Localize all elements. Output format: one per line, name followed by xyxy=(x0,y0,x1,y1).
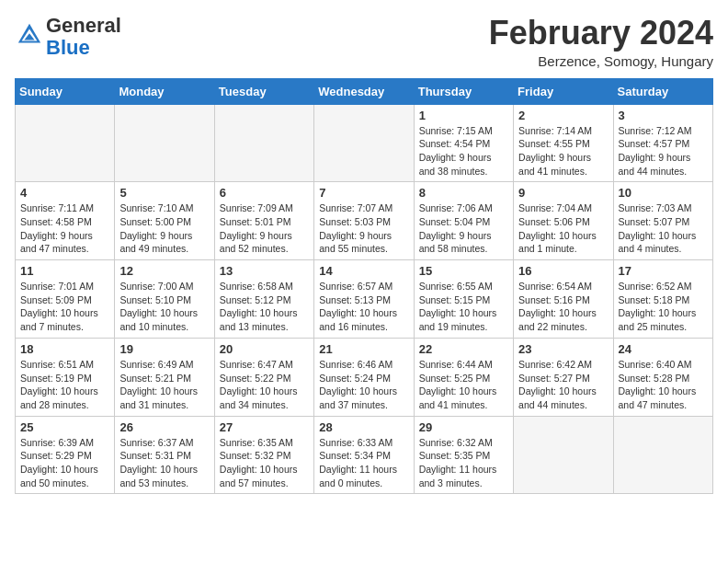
day-number: 15 xyxy=(419,264,508,278)
calendar-cell: 23Sunrise: 6:42 AM Sunset: 5:27 PM Dayli… xyxy=(514,338,613,416)
day-info: Sunrise: 6:52 AM Sunset: 5:18 PM Dayligh… xyxy=(619,280,708,334)
day-info: Sunrise: 6:54 AM Sunset: 5:16 PM Dayligh… xyxy=(518,280,608,334)
calendar-cell: 12Sunrise: 7:00 AM Sunset: 5:10 PM Dayli… xyxy=(115,260,214,339)
day-number: 1 xyxy=(419,109,508,122)
calendar-cell: 18Sunrise: 6:51 AM Sunset: 5:19 PM Dayli… xyxy=(16,338,115,416)
location: Berzence, Somogy, Hungary xyxy=(489,53,713,69)
day-number: 16 xyxy=(518,264,608,278)
day-number: 3 xyxy=(619,109,708,122)
calendar-cell: 24Sunrise: 6:40 AM Sunset: 5:28 PM Dayli… xyxy=(613,338,712,416)
day-info: Sunrise: 7:10 AM Sunset: 5:00 PM Dayligh… xyxy=(119,201,209,256)
day-info: Sunrise: 6:35 AM Sunset: 5:32 PM Dayligh… xyxy=(220,436,309,490)
calendar-cell: 27Sunrise: 6:35 AM Sunset: 5:32 PM Dayli… xyxy=(214,416,313,494)
day-info: Sunrise: 6:37 AM Sunset: 5:31 PM Dayligh… xyxy=(119,436,209,490)
day-info: Sunrise: 6:58 AM Sunset: 5:12 PM Dayligh… xyxy=(220,280,309,334)
day-info: Sunrise: 7:09 AM Sunset: 5:01 PM Dayligh… xyxy=(220,201,309,256)
calendar-cell: 6Sunrise: 7:09 AM Sunset: 5:01 PM Daylig… xyxy=(214,182,313,260)
weekday-header-tuesday: Tuesday xyxy=(214,78,313,104)
calendar-cell: 19Sunrise: 6:49 AM Sunset: 5:21 PM Dayli… xyxy=(115,338,214,416)
calendar-cell: 25Sunrise: 6:39 AM Sunset: 5:29 PM Dayli… xyxy=(16,416,115,494)
day-number: 29 xyxy=(419,420,508,434)
logo: General Blue xyxy=(15,15,121,59)
day-info: Sunrise: 7:00 AM Sunset: 5:10 PM Dayligh… xyxy=(119,280,209,334)
day-number: 19 xyxy=(119,342,209,356)
day-info: Sunrise: 6:46 AM Sunset: 5:24 PM Dayligh… xyxy=(319,358,408,412)
day-number: 21 xyxy=(319,342,408,356)
day-info: Sunrise: 6:51 AM Sunset: 5:19 PM Dayligh… xyxy=(20,358,109,412)
calendar-cell xyxy=(16,104,115,182)
day-info: Sunrise: 6:44 AM Sunset: 5:25 PM Dayligh… xyxy=(419,358,508,412)
calendar-cell: 9Sunrise: 7:04 AM Sunset: 5:06 PM Daylig… xyxy=(514,182,613,260)
calendar-week-row: 25Sunrise: 6:39 AM Sunset: 5:29 PM Dayli… xyxy=(16,416,713,494)
day-info: Sunrise: 7:03 AM Sunset: 5:07 PM Dayligh… xyxy=(619,201,708,256)
calendar-cell: 16Sunrise: 6:54 AM Sunset: 5:16 PM Dayli… xyxy=(514,260,613,339)
calendar-cell: 4Sunrise: 7:11 AM Sunset: 4:58 PM Daylig… xyxy=(16,182,115,260)
weekday-header-saturday: Saturday xyxy=(613,78,712,104)
logo-blue: Blue xyxy=(46,36,90,59)
logo-general: General xyxy=(46,14,121,37)
calendar-table: SundayMondayTuesdayWednesdayThursdayFrid… xyxy=(15,78,713,495)
day-info: Sunrise: 6:55 AM Sunset: 5:15 PM Dayligh… xyxy=(419,280,508,334)
calendar-cell: 17Sunrise: 6:52 AM Sunset: 5:18 PM Dayli… xyxy=(613,260,712,339)
day-number: 5 xyxy=(119,186,209,200)
day-info: Sunrise: 7:04 AM Sunset: 5:06 PM Dayligh… xyxy=(518,201,608,256)
weekday-header-wednesday: Wednesday xyxy=(314,78,414,104)
day-number: 20 xyxy=(220,342,309,356)
day-info: Sunrise: 7:14 AM Sunset: 4:55 PM Dayligh… xyxy=(518,124,608,178)
day-info: Sunrise: 6:39 AM Sunset: 5:29 PM Dayligh… xyxy=(20,436,109,490)
day-number: 9 xyxy=(518,186,608,200)
weekday-header-sunday: Sunday xyxy=(16,78,115,104)
day-number: 8 xyxy=(419,186,508,200)
calendar-cell: 26Sunrise: 6:37 AM Sunset: 5:31 PM Dayli… xyxy=(115,416,214,494)
day-number: 13 xyxy=(220,264,309,278)
day-number: 18 xyxy=(20,342,109,356)
day-info: Sunrise: 6:33 AM Sunset: 5:34 PM Dayligh… xyxy=(319,436,408,490)
calendar-cell: 29Sunrise: 6:32 AM Sunset: 5:35 PM Dayli… xyxy=(414,416,513,494)
calendar-cell: 14Sunrise: 6:57 AM Sunset: 5:13 PM Dayli… xyxy=(314,260,414,339)
day-number: 14 xyxy=(319,264,408,278)
day-info: Sunrise: 6:57 AM Sunset: 5:13 PM Dayligh… xyxy=(319,280,408,334)
calendar-cell xyxy=(514,416,613,494)
calendar-week-row: 4Sunrise: 7:11 AM Sunset: 4:58 PM Daylig… xyxy=(16,182,713,260)
day-number: 23 xyxy=(518,342,608,356)
calendar-cell: 10Sunrise: 7:03 AM Sunset: 5:07 PM Dayli… xyxy=(613,182,712,260)
weekday-header-friday: Friday xyxy=(514,78,613,104)
day-number: 6 xyxy=(220,186,309,200)
day-number: 2 xyxy=(518,109,608,122)
calendar-cell: 15Sunrise: 6:55 AM Sunset: 5:15 PM Dayli… xyxy=(414,260,513,339)
day-number: 7 xyxy=(319,186,408,200)
calendar-cell: 3Sunrise: 7:12 AM Sunset: 4:57 PM Daylig… xyxy=(613,104,712,182)
calendar-week-row: 18Sunrise: 6:51 AM Sunset: 5:19 PM Dayli… xyxy=(16,338,713,416)
calendar-cell: 5Sunrise: 7:10 AM Sunset: 5:00 PM Daylig… xyxy=(115,182,214,260)
day-info: Sunrise: 6:32 AM Sunset: 5:35 PM Dayligh… xyxy=(419,436,508,490)
day-info: Sunrise: 7:06 AM Sunset: 5:04 PM Dayligh… xyxy=(419,201,508,256)
calendar-week-row: 1Sunrise: 7:15 AM Sunset: 4:54 PM Daylig… xyxy=(16,104,713,182)
day-number: 24 xyxy=(619,342,708,356)
day-number: 4 xyxy=(20,186,109,200)
calendar-cell: 13Sunrise: 6:58 AM Sunset: 5:12 PM Dayli… xyxy=(214,260,313,339)
calendar-cell xyxy=(115,104,214,182)
title-area: February 2024 Berzence, Somogy, Hungary xyxy=(489,15,713,69)
weekday-header-thursday: Thursday xyxy=(414,78,513,104)
day-number: 17 xyxy=(619,264,708,278)
day-info: Sunrise: 7:12 AM Sunset: 4:57 PM Dayligh… xyxy=(619,124,708,178)
calendar-week-row: 11Sunrise: 7:01 AM Sunset: 5:09 PM Dayli… xyxy=(16,260,713,339)
calendar-cell: 21Sunrise: 6:46 AM Sunset: 5:24 PM Dayli… xyxy=(314,338,414,416)
calendar-cell: 8Sunrise: 7:06 AM Sunset: 5:04 PM Daylig… xyxy=(414,182,513,260)
day-info: Sunrise: 7:07 AM Sunset: 5:03 PM Dayligh… xyxy=(319,201,408,256)
day-number: 25 xyxy=(20,420,109,434)
calendar-cell xyxy=(613,416,712,494)
day-number: 27 xyxy=(220,420,309,434)
day-number: 11 xyxy=(20,264,109,278)
weekday-header-monday: Monday xyxy=(115,78,214,104)
calendar-cell: 2Sunrise: 7:14 AM Sunset: 4:55 PM Daylig… xyxy=(514,104,613,182)
calendar-cell: 22Sunrise: 6:44 AM Sunset: 5:25 PM Dayli… xyxy=(414,338,513,416)
day-number: 26 xyxy=(119,420,209,434)
day-info: Sunrise: 6:40 AM Sunset: 5:28 PM Dayligh… xyxy=(619,358,708,412)
day-info: Sunrise: 6:42 AM Sunset: 5:27 PM Dayligh… xyxy=(518,358,608,412)
day-number: 22 xyxy=(419,342,508,356)
calendar-cell: 11Sunrise: 7:01 AM Sunset: 5:09 PM Dayli… xyxy=(16,260,115,339)
calendar-cell: 28Sunrise: 6:33 AM Sunset: 5:34 PM Dayli… xyxy=(314,416,414,494)
day-number: 28 xyxy=(319,420,408,434)
calendar-cell: 20Sunrise: 6:47 AM Sunset: 5:22 PM Dayli… xyxy=(214,338,313,416)
